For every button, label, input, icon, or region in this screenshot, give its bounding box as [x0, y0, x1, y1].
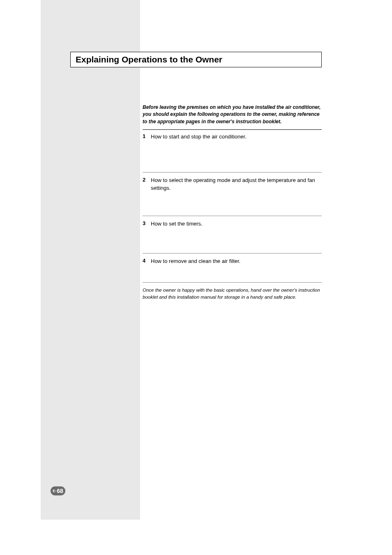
- content-area: Before leaving the premises on which you…: [143, 104, 322, 301]
- step-number: 1: [143, 133, 151, 139]
- step-rule: [143, 172, 322, 173]
- step-text: How to start and stop the air conditione…: [151, 133, 247, 141]
- intro-rule: [143, 129, 322, 130]
- section-title: Explaining Operations to the Owner: [76, 55, 222, 64]
- step-row: 3 How to set the timers.: [143, 220, 322, 253]
- step-text: How to select the operating mode and adj…: [151, 177, 322, 192]
- step-number: 2: [143, 177, 151, 183]
- step-rule: [143, 282, 322, 283]
- step-row: 2 How to select the operating mode and a…: [143, 177, 322, 216]
- step-number: 4: [143, 258, 151, 264]
- step-row: 1 How to start and stop the air conditio…: [143, 133, 322, 172]
- step-rule: [143, 253, 322, 253]
- page-number: 68: [57, 488, 63, 494]
- page-number-badge: E-68: [51, 486, 65, 495]
- intro-text: Before leaving the premises on which you…: [143, 104, 322, 125]
- sidebar-column: [41, 0, 140, 520]
- step-text: How to remove and clean the air filter.: [151, 258, 240, 265]
- page-prefix: E-: [53, 489, 56, 493]
- step-row: 4 How to remove and clean the air filter…: [143, 258, 322, 282]
- step-rule: [143, 216, 322, 216]
- closing-text: Once the owner is happy with the basic o…: [143, 287, 322, 300]
- step-text: How to set the timers.: [151, 220, 203, 228]
- step-number: 3: [143, 220, 151, 226]
- section-header-box: Explaining Operations to the Owner: [70, 52, 322, 67]
